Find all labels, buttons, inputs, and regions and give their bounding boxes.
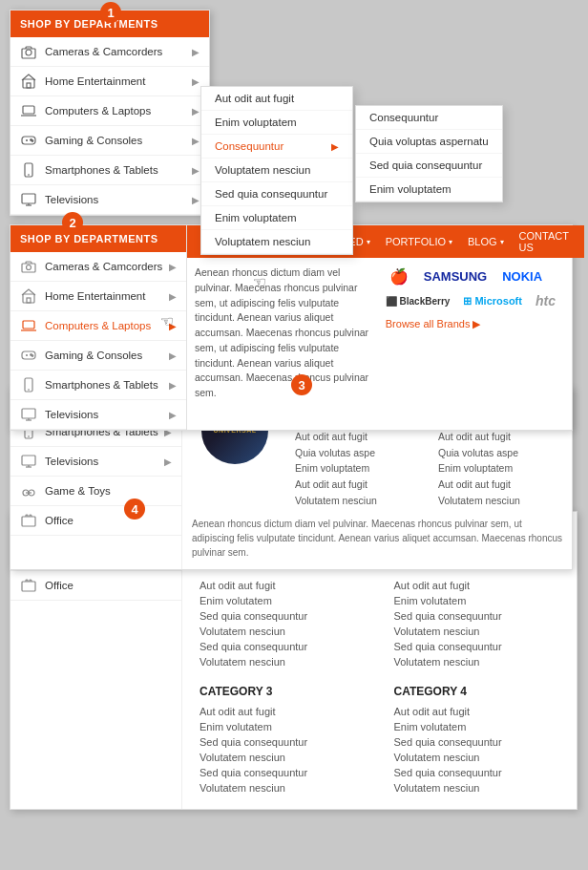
p2-cameras-label: Cameras & Camcorders xyxy=(45,261,169,272)
sidebar-item-computers[interactable]: Computers & Laptops ▶ xyxy=(10,96,209,126)
category-item[interactable]: Sed quia consequuntur xyxy=(394,608,560,624)
category-item[interactable]: Volutatem nesciun xyxy=(394,624,560,639)
svg-rect-48 xyxy=(22,582,35,591)
category-item[interactable]: Sed quia consequuntur xyxy=(200,734,366,750)
flyout-item-6[interactable]: Enim voluptatem xyxy=(201,206,352,230)
category-item[interactable]: Aut odit aut fugit xyxy=(394,704,560,719)
svg-point-9 xyxy=(32,140,33,142)
htc-logo: htc xyxy=(536,293,556,308)
category-item[interactable]: Volutatem nesciun xyxy=(200,624,366,639)
p3-gametoys-icon xyxy=(20,482,37,499)
microsoft-logo: ⊞ Microsoft xyxy=(463,295,522,308)
lorem-col2-item3: Quia volutas aspe xyxy=(438,445,562,461)
p4-office[interactable]: Office xyxy=(10,571,181,601)
category-item[interactable]: Aut odit aut fugit xyxy=(394,578,560,593)
apple-logo: 🍎 xyxy=(386,265,412,287)
p2-arrow2: ▶ xyxy=(169,291,177,302)
p2-gamepad-icon xyxy=(20,347,37,364)
category-column: CATEGORY 2Aut odit aut fugitEnim volutat… xyxy=(394,559,560,669)
flyout-item-3[interactable]: Consequuntur ▶ xyxy=(201,135,352,159)
category-item[interactable]: Enim volutatem xyxy=(200,593,366,608)
svg-rect-18 xyxy=(27,298,31,303)
nav-portfolio[interactable]: PORTFOLIO ▾ xyxy=(378,236,460,247)
camera-icon xyxy=(20,43,37,60)
sub-flyout-item-1[interactable]: Consequuntur xyxy=(356,106,502,130)
p2-gaming[interactable]: Gaming & Consoles ▶ xyxy=(10,341,186,371)
flyout-item-4[interactable]: Voluptatem nesciun xyxy=(201,159,352,182)
nav-blog[interactable]: BLOG ▾ xyxy=(460,236,512,247)
category-item[interactable]: Sed quia consequuntur xyxy=(394,765,560,780)
sidebar-item-televisions[interactable]: Televisions ▶ xyxy=(10,185,209,215)
category-item[interactable]: Sed quia consequuntur xyxy=(200,608,366,624)
category-item[interactable]: Volutatem nesciun xyxy=(200,750,366,765)
flyout-item-1[interactable]: Aut odit aut fugit xyxy=(201,87,352,111)
badge-2: 2 xyxy=(62,212,83,233)
svg-rect-12 xyxy=(22,194,35,203)
flyout-item-7[interactable]: Voluptatem nesciun xyxy=(201,230,352,254)
brand-row-2: ⬛ BlackBerry ⊞ Microsoft htc xyxy=(386,293,577,308)
gamepad-icon xyxy=(20,132,37,149)
sidebar-item-gaming-label: Gaming & Consoles xyxy=(45,135,192,146)
category-column: CATEGORY 4Aut odit aut fugitEnim volutat… xyxy=(394,685,560,796)
category-item[interactable]: Volutatem nesciun xyxy=(394,654,560,669)
category-item[interactable]: Sed quia consequuntur xyxy=(394,639,560,654)
category-item[interactable]: Aut odit aut fugit xyxy=(200,578,366,593)
category-item[interactable]: Volutatem nesciun xyxy=(200,654,366,669)
p2-cameras[interactable]: Cameras & Camcorders ▶ xyxy=(10,252,186,282)
sub-flyout-item-2[interactable]: Quia voluptas aspernatu xyxy=(356,130,502,154)
p3-televisions[interactable]: Televisions ▶ xyxy=(10,447,181,477)
arrow-icon: ▶ xyxy=(192,195,200,205)
sidebar-item-gaming[interactable]: Gaming & Consoles ▶ xyxy=(10,126,209,156)
p2-televisions[interactable]: Televisions ▶ xyxy=(10,400,186,430)
category-item[interactable]: Enim volutatem xyxy=(394,593,560,608)
p3-office[interactable]: Office xyxy=(10,506,181,536)
brand-logos-block: 🍎 SAMSUNG NOKIA ⬛ BlackBerry ⊞ Microsoft… xyxy=(386,265,577,401)
lorem-col1-item4: Enim voluptatem xyxy=(295,460,419,477)
nav-caret3: ▾ xyxy=(367,238,370,246)
nav-blog-label: BLOG xyxy=(468,236,497,247)
sidebar-item-televisions-label: Televisions xyxy=(45,194,192,205)
svg-rect-19 xyxy=(23,321,34,329)
p2-smartphones[interactable]: Smartphones & Tablets ▶ xyxy=(10,371,186,400)
p3-tv-icon xyxy=(20,453,37,470)
sub-flyout-item-3[interactable]: Sed quia consequuntur xyxy=(356,154,502,178)
sidebar-item-home-label: Home Entertainment xyxy=(45,75,192,87)
flyout-item-5[interactable]: Sed quia consequuntur xyxy=(201,182,352,206)
category-item[interactable]: Sed quia consequuntur xyxy=(394,734,560,750)
badge-1: 1 xyxy=(100,2,121,23)
sidebar-item-home[interactable]: Home Entertainment ▶ xyxy=(10,67,209,96)
panel2-content-area: Aenean rhoncus dictum diam vel pulvinar.… xyxy=(187,258,584,405)
sidebar-item-cameras[interactable]: Cameras & Camcorders ▶ xyxy=(10,37,209,67)
category-item[interactable]: Sed quia consequuntur xyxy=(200,765,366,780)
samsung-logo: SAMSUNG xyxy=(420,267,491,286)
p2-arrow: ▶ xyxy=(169,262,177,272)
tv-icon xyxy=(20,191,37,208)
nav-contact[interactable]: CONTACT US xyxy=(512,230,577,253)
flyout-item-2[interactable]: Enim voluptatem xyxy=(201,111,352,135)
category-item[interactable]: Enim volutatem xyxy=(200,719,366,734)
phone-icon xyxy=(20,161,37,179)
arrow-icon: ▶ xyxy=(192,165,200,176)
category-item[interactable]: Enim volutatem xyxy=(394,719,560,734)
category-column: CATEGORY 1Aut odit aut fugitEnim volutat… xyxy=(200,559,366,669)
p3-gametoys[interactable]: Game & Toys xyxy=(10,477,181,506)
browse-all-link[interactable]: Browse all Brands ▶ xyxy=(386,318,577,330)
category-column: CATEGORY 3Aut odit aut fugitEnim volutat… xyxy=(200,685,366,796)
p2-home[interactable]: Home Entertainment ▶ xyxy=(10,282,186,311)
p2-home-icon xyxy=(20,287,37,305)
category-item[interactable]: Volutatem nesciun xyxy=(394,750,560,765)
arrow-icon: ▶ xyxy=(192,106,200,117)
p2-home-label: Home Entertainment xyxy=(45,290,169,302)
sidebar-item-smartphones-label: Smartphones & Tablets xyxy=(45,164,192,176)
panel2-main: HOME PAGE ▾ SHOP ▾ FEATURED ▾ PORTFOLIO … xyxy=(187,225,584,430)
category-item[interactable]: Volutatem nesciun xyxy=(394,780,560,796)
p2-computers-label: Computers & Laptops xyxy=(45,320,169,331)
sub-flyout-item-4[interactable]: Enim voluptatem xyxy=(356,178,502,202)
p2-arrow5: ▶ xyxy=(169,380,177,391)
category-item[interactable]: Aut odit aut fugit xyxy=(200,704,366,719)
p3-office-icon xyxy=(20,512,37,529)
category-item[interactable]: Sed quia consequuntur xyxy=(200,639,366,654)
sidebar-item-smartphones[interactable]: Smartphones & Tablets ▶ xyxy=(10,156,209,185)
category-item[interactable]: Volutatem nesciun xyxy=(200,780,366,796)
lorem-col2-item6: Volutatem nesciun xyxy=(438,493,562,509)
